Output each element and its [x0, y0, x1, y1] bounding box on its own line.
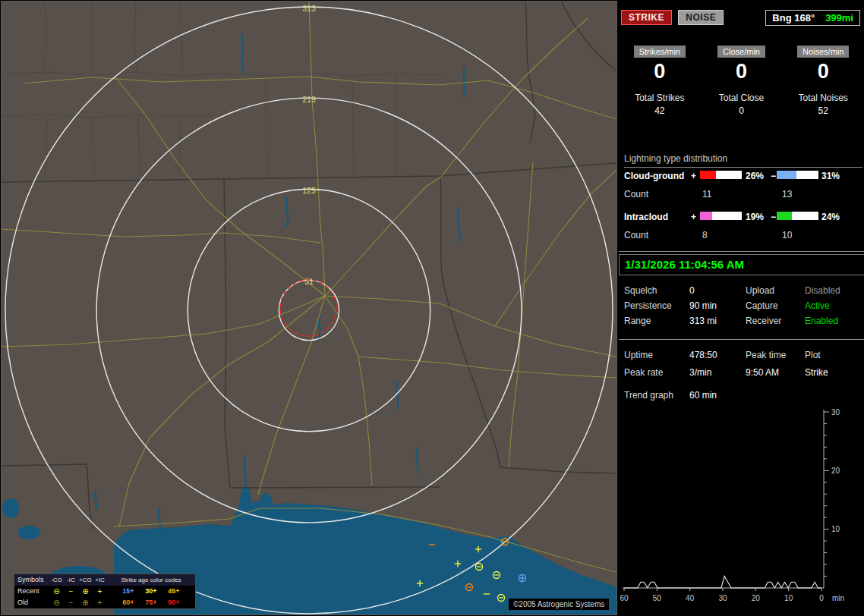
- svg-text:60: 60: [620, 594, 629, 602]
- svg-text:10: 10: [784, 594, 793, 602]
- peak-rate-row: Peak rate 3/min 9:50 AM Strike: [619, 367, 864, 379]
- intracloud-negative-count: 10: [782, 230, 792, 240]
- bearing-value: Bng 168°: [772, 12, 815, 24]
- svg-text:40: 40: [686, 594, 695, 602]
- peak-time-value: 9:50 AM: [746, 367, 779, 378]
- svg-text:50: 50: [653, 594, 662, 602]
- svg-text:125: 125: [302, 186, 316, 195]
- persistence-label: Persistence: [624, 300, 672, 311]
- noises-counter-column: Noises/min 0 Total Noises 52: [782, 46, 864, 116]
- timestamp: 1/31/2026 11:04:56 AM: [619, 254, 864, 275]
- svg-text:31: 31: [304, 277, 314, 286]
- map-legend: Symbols -CG -IC +CG +IC Strike age color…: [14, 574, 196, 609]
- strikes-per-min-button[interactable]: Strikes/min: [634, 46, 686, 58]
- intracloud-row: Intracloud + 19% − 24%: [624, 212, 862, 223]
- close-per-min-button[interactable]: Close/min: [717, 46, 765, 58]
- cloud-ground-positive-count: 11: [702, 189, 711, 200]
- trend-graph-row: Trend graph 60 min: [619, 390, 864, 402]
- plus-icon: +: [93, 599, 107, 607]
- age-code-30: 30+: [140, 588, 162, 595]
- intracloud-positive-count: 8: [702, 230, 708, 240]
- bearing-range-box: Bng 168°399mi: [765, 10, 860, 26]
- trend-graph: 1020306050403020100min: [619, 404, 864, 613]
- copyright: ©2005 Astrogenic Systems: [509, 599, 609, 610]
- cloud-ground-negative-bar: [777, 171, 818, 179]
- squelch-label: Squelch: [624, 285, 657, 296]
- age-code-90: 90+: [162, 599, 185, 606]
- cloud-ground-count-row: Count 11 13: [624, 189, 862, 200]
- legend-age-header: Strike age color codes: [107, 577, 195, 583]
- capture-label: Capture: [746, 300, 778, 311]
- plot-label: Plot: [805, 350, 821, 360]
- svg-text:30: 30: [831, 408, 840, 416]
- svg-text:0: 0: [819, 594, 824, 602]
- distance-value: 399mi: [825, 12, 853, 24]
- svg-text:10: 10: [831, 525, 840, 533]
- age-code-60: 60+: [117, 599, 140, 606]
- legend-col-pos-ic: +IC: [93, 577, 107, 583]
- uptime-row: Uptime 478:50 Peak time Plot: [619, 350, 864, 362]
- intracloud-negative-pct: 24%: [821, 212, 840, 222]
- distribution-title: Lightning type distribution: [624, 153, 862, 168]
- plot-value: Strike: [805, 367, 828, 378]
- strikes-per-min-value: 0: [619, 60, 701, 84]
- age-code-45: 45+: [162, 588, 185, 595]
- svg-text:219: 219: [302, 95, 316, 104]
- upload-label: Upload: [746, 285, 774, 296]
- svg-text:30: 30: [718, 594, 727, 602]
- receiver-label: Receiver: [746, 316, 781, 326]
- legend-recent-label: Recent: [14, 588, 49, 595]
- circle-plus-icon: ⊕: [78, 599, 93, 607]
- peak-time-label: Peak time: [746, 350, 786, 360]
- minus-icon: −: [64, 599, 78, 607]
- squelch-upload-row: Squelch 0 Upload Disabled: [619, 285, 864, 297]
- range-receiver-row: Range 313 mi Receiver Enabled: [619, 316, 864, 328]
- cloud-ground-negative-pct: 31%: [821, 171, 840, 181]
- cloud-ground-row: Cloud-ground + 26% − 31%: [624, 171, 862, 182]
- cloud-ground-positive-bar: [700, 171, 742, 179]
- total-strikes-label: Total Strikes: [619, 93, 701, 103]
- receiver-value: Enabled: [805, 316, 838, 326]
- plus-icon: +: [93, 588, 107, 596]
- range-label: Range: [624, 316, 651, 326]
- total-strikes-value: 42: [619, 105, 701, 116]
- persistence-capture-row: Persistence 90 min Capture Active: [619, 300, 864, 313]
- cloud-ground-label: Cloud-ground: [624, 171, 684, 181]
- legend-col-neg-cg: -CG: [49, 577, 64, 583]
- uptime-label: Uptime: [624, 350, 653, 360]
- age-code-15: 15+: [117, 588, 140, 595]
- total-noises-label: Total Noises: [782, 93, 864, 103]
- count-label: Count: [624, 230, 648, 240]
- minus-sign: −: [771, 212, 776, 222]
- status-panel: STRIKE NOISE Bng 168°399mi Strikes/min 0…: [619, 0, 864, 616]
- minus-sign: −: [771, 171, 776, 181]
- count-label: Count: [624, 189, 648, 200]
- intracloud-negative-bar: [777, 212, 818, 220]
- close-counter-column: Close/min 0 Total Close 0: [701, 46, 783, 116]
- strike-indicator-button[interactable]: STRIKE: [621, 10, 672, 25]
- legend-header: Symbols -CG -IC +CG +IC Strike age color…: [14, 574, 195, 586]
- svg-text:313: 313: [302, 4, 316, 13]
- legend-col-pos-cg: +CG: [78, 577, 93, 583]
- total-close-label: Total Close: [701, 93, 783, 103]
- rate-counters: Strikes/min 0 Total Strikes 42 Close/min…: [619, 46, 864, 116]
- circle-minus-icon: ⊖: [49, 599, 64, 607]
- legend-row-old: Old ⊖ − ⊕ + 60+ 75+ 90+: [14, 597, 195, 608]
- noises-per-min-button[interactable]: Noises/min: [797, 46, 849, 58]
- lightning-map: 31321912531: [2, 2, 616, 614]
- circle-minus-icon: ⊖: [49, 588, 64, 596]
- legend-col-neg-ic: -IC: [64, 577, 78, 583]
- plus-sign: +: [691, 171, 696, 181]
- peak-rate-value: 3/min: [689, 367, 711, 378]
- plus-sign: +: [691, 212, 696, 222]
- range-value: 313 mi: [689, 316, 717, 326]
- noise-indicator-button[interactable]: NOISE: [678, 10, 724, 25]
- legend-row-recent: Recent ⊖ − ⊕ + 15+ 30+ 45+: [14, 586, 195, 597]
- capture-value: Active: [805, 300, 830, 311]
- trend-graph-label: Trend graph: [624, 390, 673, 401]
- intracloud-positive-pct: 19%: [746, 212, 764, 222]
- divider: [619, 339, 864, 340]
- intracloud-label: Intracloud: [624, 212, 668, 222]
- uptime-value: 478:50: [689, 350, 717, 360]
- legend-symbols-header: Symbols: [14, 577, 49, 583]
